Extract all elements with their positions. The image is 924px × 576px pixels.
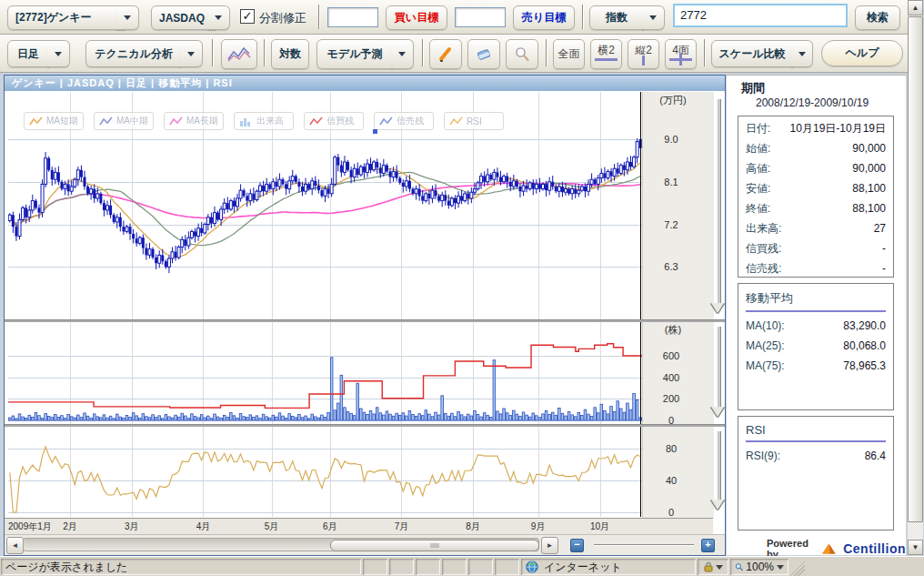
chart-type-button[interactable]	[221, 39, 257, 69]
scale-compare-select[interactable]: スケール比較	[711, 40, 793, 67]
draw-pen-button[interactable]	[429, 39, 462, 69]
quote-label: 出来高:	[746, 221, 781, 237]
status-progress-cells	[362, 557, 520, 576]
volume-chart-canvas[interactable]	[8, 321, 642, 425]
zoom-level-cell[interactable]: 100%	[730, 559, 788, 575]
indicator-label: MA(75):	[746, 359, 785, 372]
hscroll-thumb[interactable]	[330, 540, 539, 551]
zoom-out-button[interactable]: −	[570, 539, 584, 552]
brand-name: Centillion	[843, 541, 906, 556]
price-pane-slider-handle[interactable]	[711, 303, 724, 313]
zoom-tool-button[interactable]	[506, 39, 538, 69]
chevron-down-icon	[124, 15, 131, 20]
scroll-right-button[interactable]: ►	[541, 537, 558, 554]
period-range: 2008/12/19-2009/10/19	[756, 96, 869, 109]
price-unit-label: (万円)	[652, 94, 694, 107]
pane-divider[interactable]	[5, 319, 725, 322]
layout-full-button[interactable]: 全面	[553, 39, 585, 69]
zigzag-line-icon	[379, 116, 393, 126]
info-sidebar: 期間 2008/12/19-2009/10/19 日付:10月19日-10月19…	[727, 75, 906, 555]
symbol-select-arrow[interactable]	[116, 5, 139, 30]
zoom-in-button[interactable]: +	[701, 539, 715, 552]
quote-row: 安値:88,100	[738, 178, 893, 198]
layout-quad-button[interactable]: 4面	[665, 39, 697, 69]
eraser-button[interactable]	[467, 39, 500, 69]
volume-pane-slider-handle[interactable]	[711, 407, 724, 417]
indicator-label: RSI(9):	[746, 450, 780, 462]
search-input[interactable]: 2772	[673, 4, 848, 27]
x-axis-label: 9月	[531, 520, 546, 533]
quote-label: 信売残:	[746, 261, 781, 277]
legend-出来高[interactable]: 出来高	[234, 112, 294, 130]
market-select-arrow[interactable]	[207, 5, 230, 30]
quote-value: 90,000	[852, 162, 886, 175]
zigzag-chart-icon	[227, 46, 251, 63]
quote-label: 信買残:	[746, 241, 781, 257]
buy-target-input[interactable]	[327, 7, 378, 27]
vscroll-up-button[interactable]: ▲	[908, 0, 923, 15]
sell-target-button[interactable]: 売り目標	[513, 5, 575, 30]
chart-hscrollbar: ◄ ► − +	[5, 534, 725, 555]
quote-value: 27	[874, 222, 886, 235]
split-adjust-checkbox[interactable]: ✓	[240, 9, 255, 24]
index-select-arrow[interactable]	[642, 5, 665, 30]
log-scale-button[interactable]: 対数	[271, 39, 309, 69]
legend-信買残[interactable]: 信買残	[304, 112, 364, 130]
pane-divider[interactable]	[5, 424, 725, 427]
index-select[interactable]: 指数	[589, 5, 644, 30]
vscroll-down-button[interactable]: ▼	[908, 540, 923, 555]
technical-select-arrow[interactable]	[180, 40, 203, 67]
x-axis-label: 6月	[323, 520, 337, 533]
zoom-slider-track[interactable]	[594, 544, 694, 545]
layout-h2-button[interactable]: 横2	[590, 39, 622, 69]
axis-tick: 80	[650, 443, 692, 454]
rsi-section-title: RSI	[738, 417, 893, 440]
model-forecast-select[interactable]: モデル予測	[316, 39, 393, 69]
rsi-pane-slider-handle[interactable]	[711, 500, 724, 510]
quote-row: 終値:88,100	[738, 198, 893, 218]
quote-value: 90,000	[852, 142, 886, 155]
legend-label: 信買残	[326, 115, 354, 127]
status-bar: ページが表示されました インターネット 100%	[0, 556, 924, 576]
volume-pane-slider[interactable]	[717, 327, 721, 407]
protected-mode-cell[interactable]	[698, 559, 728, 575]
legend-MA長期[interactable]: MA長期	[164, 112, 224, 130]
split-adjust-label: 分割修正	[259, 10, 306, 26]
symbol-select[interactable]: [2772]ゲンキー	[7, 5, 126, 30]
quote-box: 日付:10月19日-10月19日始値:90,000高値:90,000安値:88,…	[738, 116, 894, 278]
rsi-chart-canvas[interactable]	[8, 426, 642, 517]
legend-信売残[interactable]: 信売残	[374, 112, 434, 130]
resize-grip[interactable]	[790, 559, 805, 576]
legend-MA短期[interactable]: MA短期	[24, 112, 84, 130]
price-pane-slider[interactable]	[717, 99, 721, 303]
period-select-arrow[interactable]	[47, 40, 70, 67]
hscroll-track[interactable]	[23, 538, 539, 551]
indicator-value: 80,068.0	[843, 339, 886, 352]
sell-target-input[interactable]	[455, 7, 506, 27]
legend-MA中期[interactable]: MA中期	[94, 112, 154, 130]
x-axis-labels: 2009年1月2月3月4月5月6月7月8月9月10月	[5, 518, 713, 534]
buy-target-button[interactable]: 買い目標	[386, 5, 447, 30]
technical-select[interactable]: テクニカル分析	[85, 40, 182, 67]
x-axis-label: 2009年1月	[8, 520, 52, 533]
x-axis-label: 7月	[395, 520, 409, 533]
axis-tick: 8.1	[650, 177, 692, 187]
status-cell	[495, 559, 519, 575]
zigzag-line-icon	[99, 116, 113, 126]
x-axis-label: 5月	[265, 520, 279, 533]
quote-value: -	[882, 242, 886, 255]
layout-v2-button[interactable]: 縦2	[628, 39, 659, 69]
period-select[interactable]: 日足	[7, 40, 49, 67]
search-button[interactable]: 検索	[855, 5, 900, 30]
legend-label: MA短期	[46, 115, 78, 127]
rsi-pane-slider[interactable]	[717, 431, 721, 500]
legend-RSI[interactable]: RSI	[444, 112, 504, 130]
scale-compare-arrow[interactable]	[791, 40, 813, 67]
x-axis-label: 3月	[125, 520, 139, 533]
model-forecast-arrow[interactable]	[391, 39, 414, 69]
scroll-left-button[interactable]: ◄	[6, 537, 24, 554]
axis-tick: 7.2	[650, 219, 692, 230]
period-title: 期間	[741, 80, 765, 96]
help-button[interactable]: ヘルプ	[821, 40, 903, 66]
vscroll-thumb[interactable]	[908, 16, 923, 522]
